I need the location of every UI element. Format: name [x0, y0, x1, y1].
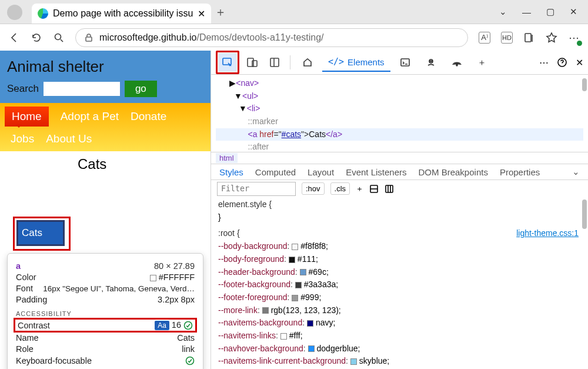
dom-tree[interactable]: ▶<nav> ▼<ul> ▼<li> ::marker <a href="#ca…	[211, 75, 588, 152]
css-declaration[interactable]: --header-background: #69c;	[218, 266, 581, 279]
close-icon[interactable]: ✕	[570, 6, 577, 17]
nav-jobs[interactable]: Jobs	[11, 132, 34, 145]
css-declaration[interactable]: --more-link: rgb(123, 123, 123);	[218, 304, 581, 317]
svg-rect-9	[401, 59, 409, 66]
svg-point-0	[55, 34, 61, 39]
styles-filter-input[interactable]	[217, 182, 296, 196]
nav-about[interactable]: About Us	[46, 132, 92, 145]
maximize-icon[interactable]: ▢	[546, 6, 554, 17]
edge-icon	[38, 8, 48, 19]
css-declaration[interactable]: --footer-background: #3a3a3a;	[218, 278, 581, 291]
more-menu-icon[interactable]: ⋯	[568, 32, 580, 44]
tab-network[interactable]	[446, 54, 468, 71]
close-tab-icon[interactable]: ✕	[198, 8, 205, 19]
close-devtools-icon[interactable]: ✕	[576, 57, 583, 68]
tab-event-listeners[interactable]: Event Listeners	[346, 167, 406, 177]
css-declaration[interactable]: --navitems-link-current-background: skyb…	[218, 355, 581, 368]
tab-properties[interactable]: Properties	[500, 167, 540, 177]
tooltip-role-label: Role	[16, 344, 34, 354]
search-input[interactable]	[44, 82, 120, 96]
dock-icon[interactable]	[265, 53, 284, 72]
css-declaration[interactable]: --body-background: #f8f8f8;	[218, 240, 581, 253]
nav-adopt[interactable]: Adopt a Pet	[61, 110, 119, 123]
page-title: Animal shelter	[7, 58, 205, 76]
cls-toggle[interactable]: .cls	[330, 182, 350, 195]
page-header: Animal shelter Search go	[0, 51, 211, 103]
hov-toggle[interactable]: :hov	[302, 182, 325, 195]
tooltip-padding-label: Padding	[16, 295, 47, 304]
css-declaration[interactable]: --navitems-background: navy;	[218, 317, 581, 330]
tab-title: Demo page with accessibility issu	[53, 8, 193, 19]
address-bar[interactable]: microsoftedge.github.io/Demos/devtools-a…	[75, 28, 468, 47]
read-aloud-icon[interactable]: A⁾	[479, 32, 490, 44]
window-titlebar: Demo page with accessibility issu ✕ ＋ ⌄ …	[0, 0, 588, 24]
rendered-page: Animal shelter Search go Home Adopt a Pe…	[0, 51, 211, 369]
favorite-icon[interactable]	[546, 32, 557, 44]
minimize-icon[interactable]: ―	[522, 7, 531, 17]
dom-breadcrumb[interactable]: html	[211, 152, 588, 164]
device-toolbar-icon[interactable]	[243, 53, 262, 72]
nav-home[interactable]: Home	[5, 107, 49, 127]
inspect-element-icon[interactable]	[218, 53, 237, 72]
css-declaration[interactable]: --navhover-background: dodgerblue;	[218, 343, 581, 355]
chevron-down-icon[interactable]: ⌄	[499, 6, 507, 17]
tab-elements[interactable]: </>Elements	[322, 53, 390, 72]
tab-dom-breakpoints[interactable]: DOM Breakpoints	[419, 167, 488, 177]
css-selector: :root {	[218, 228, 240, 238]
tab-welcome[interactable]	[296, 54, 319, 71]
tab-computed[interactable]: Computed	[255, 167, 296, 177]
tab-console[interactable]	[394, 54, 416, 71]
tooltip-font-label: Font	[16, 284, 33, 293]
tooltip-color-value: #FFFFFF	[159, 272, 195, 282]
css-declaration[interactable]: --body-foreground: #111;	[218, 253, 581, 266]
tab-sources[interactable]	[420, 54, 442, 71]
new-tab-button[interactable]: ＋	[211, 0, 230, 24]
refresh-icon[interactable]	[31, 32, 42, 44]
inspect-tooltip: a80 × 27.89 Color#FFFFFF Font16px "Segoe…	[7, 253, 203, 369]
css-declaration[interactable]: --footer-foreground: #999;	[218, 291, 581, 304]
tooltip-font-value: 16px "Segoe UI", Tahoma, Geneva, Verd…	[43, 284, 195, 293]
svg-rect-14	[386, 185, 393, 192]
styles-toolbar: :hov .cls ＋	[211, 180, 588, 197]
browser-tab[interactable]: Demo page with accessibility issu ✕	[32, 4, 211, 24]
profile-avatar[interactable]	[7, 5, 22, 20]
tooltip-contrast-value: 16	[172, 320, 181, 330]
svg-rect-1	[86, 37, 92, 41]
chevron-down-icon[interactable]: ⌄	[572, 167, 580, 177]
main-nav: Home Adopt a Pet Donate Jobs About Us	[0, 103, 211, 151]
scrollbar[interactable]	[582, 78, 587, 91]
back-icon[interactable]	[8, 32, 20, 44]
styles-pane[interactable]: element.style { } :root {light-theme.css…	[211, 197, 588, 369]
go-button[interactable]: go	[125, 81, 157, 97]
css-declaration[interactable]: --navitems-links: #fff;	[218, 330, 581, 343]
sidebar-item-label: Cats	[22, 227, 42, 239]
hd-icon[interactable]: HD	[501, 32, 513, 44]
content-heading: Cats	[78, 156, 203, 172]
devtools-toolbar: </>Elements ＋ ⋯ ✕	[211, 51, 588, 75]
more-tabs-icon[interactable]: ＋	[472, 54, 492, 72]
highlight-outline	[216, 51, 239, 74]
tooltip-name-label: Name	[16, 333, 39, 343]
collections-icon[interactable]	[523, 32, 535, 44]
scrollbar[interactable]	[582, 200, 587, 229]
svg-rect-8	[270, 58, 279, 67]
grid-icon[interactable]	[385, 184, 394, 194]
tooltip-contrast-badge: Aa	[155, 321, 169, 330]
search-icon[interactable]	[53, 32, 65, 44]
css-source-link[interactable]: light-theme.css:1	[516, 227, 579, 240]
more-tools-icon[interactable]: ⋯	[539, 57, 549, 68]
svg-rect-5	[223, 58, 231, 65]
tooltip-contrast-label: Contrast	[18, 321, 50, 330]
tooltip-role-value: link	[182, 344, 195, 354]
new-style-icon[interactable]: ＋	[356, 184, 363, 194]
flexbox-icon[interactable]	[369, 184, 379, 194]
devtools-panel: </>Elements ＋ ⋯ ✕ ▶<nav> ▼<ul> ▼<li> ::m…	[211, 51, 588, 369]
help-icon[interactable]	[557, 57, 567, 68]
browser-toolbar: microsoftedge.github.io/Demos/devtools-a…	[0, 24, 588, 51]
tab-styles[interactable]: Styles	[219, 167, 243, 177]
sidebar-item-cats[interactable]: Cats	[16, 220, 65, 246]
tab-layout[interactable]: Layout	[308, 167, 334, 177]
styles-tabs: Styles Computed Layout Event Listeners D…	[211, 164, 588, 180]
nav-donate[interactable]: Donate	[131, 110, 166, 123]
tooltip-element: a	[16, 261, 21, 271]
